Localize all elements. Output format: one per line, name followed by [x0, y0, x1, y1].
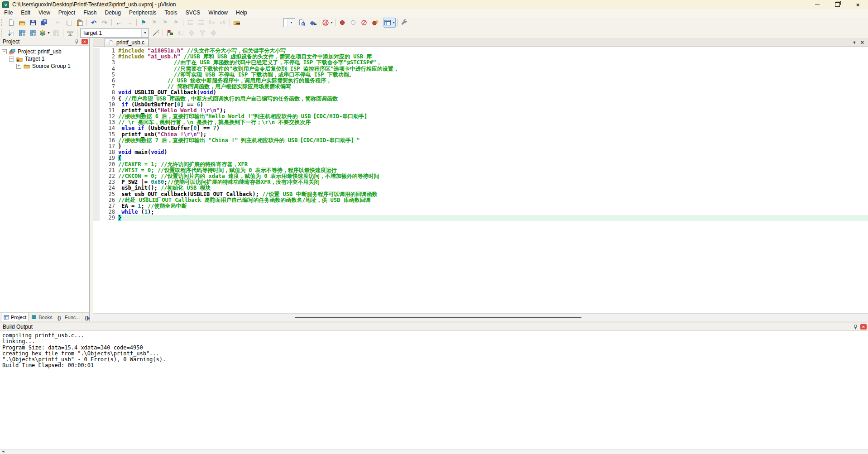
code-line[interactable]: 14 else if (UsbOutBuffer[0] == 7) — [93, 125, 868, 131]
breakpoint-disable-button[interactable] — [359, 18, 369, 28]
bookmark-margin[interactable] — [93, 48, 100, 54]
bookmark-margin[interactable] — [93, 209, 100, 215]
expand-icon[interactable]: + — [16, 64, 21, 69]
build-hscrollbar[interactable]: ◄ — [0, 449, 868, 454]
navigate-forward-button[interactable]: → — [124, 18, 135, 28]
bookmark-margin[interactable] — [93, 155, 100, 161]
bookmark-margin[interactable] — [93, 102, 100, 108]
stop-build-button[interactable] — [51, 28, 62, 38]
breakpoint-kill-all-button[interactable] — [369, 18, 380, 28]
close-button[interactable]: × — [848, 0, 868, 9]
dropdown-arrow-icon[interactable]: ▼ — [141, 29, 149, 37]
code-text[interactable]: // \r 是回车，跳到行首，\n 是换行，就是换到下一行；\r\n 不要交换次… — [118, 119, 868, 125]
editor-hscrollbar[interactable] — [93, 313, 868, 321]
unindent-button[interactable] — [185, 18, 196, 28]
build-button[interactable] — [17, 28, 28, 38]
download-button[interactable]: LOAD — [65, 28, 76, 38]
bookmark-margin[interactable] — [93, 119, 100, 125]
bookmark-margin[interactable] — [93, 162, 100, 167]
menu-svcs[interactable]: SVCS — [182, 9, 205, 17]
window-layout-button[interactable]: ▼ — [384, 18, 396, 28]
code-line[interactable]: 9{ //用户希望 USB 库函数，中断方式回调执行的用户自己编写的任务函数，简… — [93, 96, 868, 102]
bookmark-margin[interactable] — [93, 203, 100, 209]
bookmark-margin[interactable] — [93, 197, 100, 203]
code-text[interactable]: if (UsbOutBuffer[0] == 6) — [118, 102, 868, 108]
code-text[interactable]: else if (UsbOutBuffer[0] == 7) — [118, 125, 868, 131]
redo-button[interactable]: ↷ — [99, 18, 110, 28]
bookmark-margin[interactable] — [93, 114, 100, 119]
bookmark-margin[interactable] — [93, 96, 100, 102]
code-line[interactable]: 17} — [93, 143, 868, 149]
save-all-button[interactable] — [38, 18, 49, 28]
bookmark-toggle-button[interactable]: ⚑ — [138, 18, 149, 28]
options-for-target-button[interactable] — [150, 28, 161, 38]
stack-icon-button[interactable] — [175, 28, 186, 38]
breakpoint-enable-button[interactable] — [348, 18, 359, 28]
minimize-button[interactable] — [807, 0, 827, 9]
bookmark-margin[interactable] — [93, 78, 100, 84]
bookmark-margin[interactable] — [93, 54, 100, 60]
pin-icon[interactable] — [74, 39, 80, 45]
bookmark-clear-button[interactable]: ⚑ — [171, 18, 182, 28]
code-text[interactable]: // 简称回调函数，用户根据实际应用场景需求编写 — [118, 84, 868, 90]
scrollbar-thumb[interactable] — [295, 317, 581, 318]
menu-edit[interactable]: Edit — [17, 9, 34, 17]
tree-item-target[interactable]: −Target 1 — [0, 55, 89, 62]
target-select[interactable]: Target 1▼ — [80, 29, 149, 38]
bookmark-margin[interactable] — [93, 179, 100, 185]
mesh-icon-button[interactable] — [208, 28, 219, 38]
bookmark-margin[interactable] — [93, 60, 100, 66]
code-line[interactable]: 26//此处 USBLIB_OUT_Callback 是前面用户自己编写的任务函… — [93, 197, 868, 203]
code-text[interactable]: void main(void) — [118, 149, 868, 155]
menu-file[interactable]: File — [0, 9, 17, 17]
toolbar-grip[interactable] — [1, 29, 4, 37]
debug-session-button[interactable]: d▼ — [321, 18, 334, 28]
menu-window[interactable]: Window — [204, 9, 232, 17]
navigate-back-button[interactable]: ← — [113, 18, 124, 28]
incremental-find-button[interactable] — [297, 18, 307, 28]
translate-button[interactable] — [6, 28, 17, 38]
menu-peripherals[interactable]: Peripherals — [125, 9, 161, 17]
dropdown-caret-icon[interactable]: ▼ — [47, 31, 50, 34]
save-button[interactable] — [28, 18, 38, 28]
project-panel-close-icon[interactable]: × — [82, 39, 88, 44]
tab-books[interactable]: Books — [29, 313, 55, 321]
code-line[interactable]: 29} — [93, 215, 868, 221]
bookmark-margin[interactable] — [93, 72, 100, 78]
bookmark-margin[interactable] — [93, 149, 100, 155]
undo-button[interactable]: ↶ — [88, 18, 99, 28]
restore-button[interactable] — [827, 0, 848, 9]
scroll-left-arrow-icon[interactable]: ◄ — [1, 450, 5, 454]
tab-list-dropdown-icon[interactable]: ▼ — [852, 40, 856, 45]
indent-button[interactable] — [196, 18, 206, 28]
menu-view[interactable]: View — [34, 9, 54, 17]
code-text[interactable]: } — [118, 143, 868, 149]
copy-button[interactable] — [63, 18, 74, 28]
comment-button[interactable]: // — [206, 18, 217, 28]
search-files-button[interactable] — [307, 18, 318, 28]
build-output-close-icon[interactable]: × — [860, 324, 867, 330]
code-text[interactable]: while (1); — [118, 209, 868, 215]
tree-item-source-group[interactable]: +Source Group 1 — [0, 62, 89, 70]
funnel-icon-button[interactable] — [197, 28, 208, 38]
open-file-button[interactable] — [17, 18, 28, 28]
configure-button[interactable] — [399, 18, 410, 28]
bookmark-margin[interactable] — [93, 84, 100, 90]
dropdown-caret-icon[interactable]: ▼ — [392, 21, 395, 24]
toolbar-grip[interactable] — [1, 19, 4, 26]
code-line[interactable]: 28 while (1); — [93, 209, 868, 215]
menu-flash[interactable]: Flash — [79, 9, 101, 17]
tree-item-project[interactable]: −Project: printf_usb — [0, 48, 89, 55]
bookmark-margin[interactable] — [93, 125, 100, 131]
bookmark-margin[interactable] — [93, 108, 100, 114]
bookmark-margin[interactable] — [93, 215, 100, 221]
code-text[interactable]: //接收到数据 7 后，直接打印输出 "China !" 到主机相应软件的 US… — [118, 138, 868, 143]
find-combobox[interactable]: ▼ — [283, 18, 295, 27]
bookmark-margin[interactable] — [93, 90, 100, 96]
new-file-button[interactable] — [6, 18, 17, 28]
breakpoint-toggle-button[interactable] — [337, 18, 348, 28]
menu-project[interactable]: Project — [54, 9, 79, 17]
uncomment-button[interactable]: // — [217, 18, 228, 28]
bookmark-margin[interactable] — [93, 66, 100, 72]
code-line[interactable]: 18void main(void) — [93, 149, 868, 155]
